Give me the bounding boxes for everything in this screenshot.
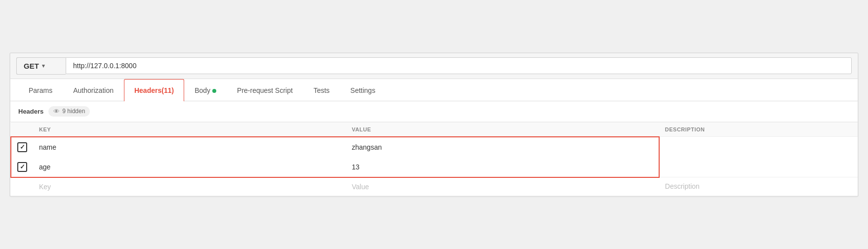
method-label: GET xyxy=(24,62,39,70)
chevron-down-icon: ▾ xyxy=(42,63,45,69)
row1-checkbox[interactable] xyxy=(17,142,27,152)
eye-icon: 👁 xyxy=(53,108,60,115)
url-bar: GET ▾ xyxy=(10,53,858,79)
tab-authorization[interactable]: Authorization xyxy=(63,79,124,101)
new-row-checkbox-cell xyxy=(11,177,33,196)
method-select[interactable]: GET ▾ xyxy=(16,57,66,75)
tab-headers[interactable]: Headers(11) xyxy=(124,79,184,101)
tabs-bar: Params Authorization Headers(11) Body Pr… xyxy=(10,79,858,101)
tab-tests[interactable]: Tests xyxy=(303,79,340,101)
headers-table-wrapper: KEY VALUE DESCRIPTION name zhangsan xyxy=(10,122,858,196)
headers-section: Headers 👁 9 hidden xyxy=(10,101,858,122)
row1-checkbox-cell xyxy=(11,137,33,157)
main-container: GET ▾ Params Authorization Headers(11) B… xyxy=(9,52,859,197)
row2-key-cell[interactable]: age xyxy=(33,157,346,177)
table-header-row: KEY VALUE DESCRIPTION xyxy=(11,122,858,137)
headers-badge: (11) xyxy=(161,86,174,94)
table-row: age 13 xyxy=(11,157,858,177)
table-row-new: Key Value Description xyxy=(11,177,858,196)
table-row: name zhangsan xyxy=(11,137,858,157)
tab-params[interactable]: Params xyxy=(18,79,63,101)
row1-key-cell[interactable]: name xyxy=(33,137,346,157)
col-header-key: KEY xyxy=(33,122,346,137)
new-row-value-cell[interactable]: Value xyxy=(346,177,659,196)
headers-label: Headers 👁 9 hidden xyxy=(18,106,850,117)
new-row-key-cell[interactable]: Key xyxy=(33,177,346,196)
hidden-badge[interactable]: 👁 9 hidden xyxy=(48,106,90,117)
tab-prerequest[interactable]: Pre-request Script xyxy=(227,79,303,101)
row2-desc-cell[interactable] xyxy=(659,157,858,177)
col-header-description: DESCRIPTION xyxy=(659,122,858,137)
col-header-value: VALUE xyxy=(346,122,659,137)
row2-value-cell[interactable]: 13 xyxy=(346,157,659,177)
row2-checkbox[interactable] xyxy=(17,162,27,172)
col-header-checkbox xyxy=(11,122,33,137)
new-row-desc-cell[interactable]: Description xyxy=(659,177,858,196)
row1-value-cell[interactable]: zhangsan xyxy=(346,137,659,157)
body-dot-icon xyxy=(212,89,216,93)
headers-table: KEY VALUE DESCRIPTION name zhangsan xyxy=(10,122,858,196)
row1-desc-cell[interactable] xyxy=(659,137,858,157)
row2-checkbox-cell xyxy=(11,157,33,177)
tab-settings[interactable]: Settings xyxy=(340,79,386,101)
tab-body[interactable]: Body xyxy=(184,79,227,101)
url-input[interactable] xyxy=(66,57,852,74)
